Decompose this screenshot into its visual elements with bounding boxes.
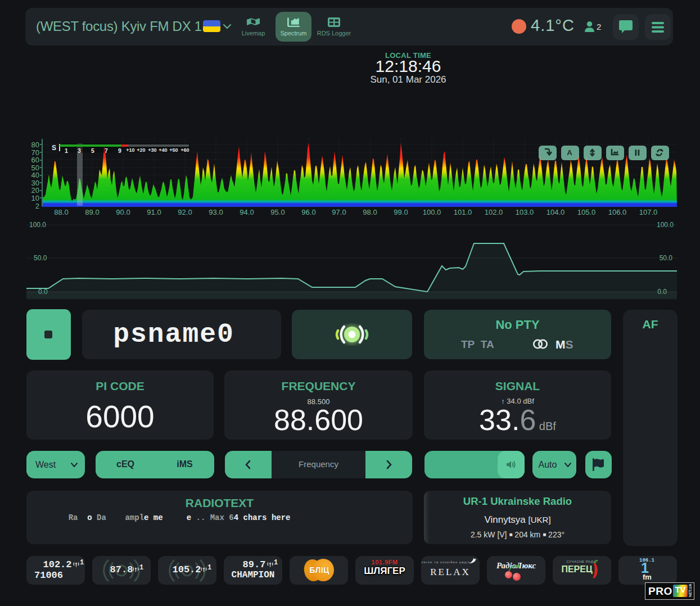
svg-text:A: A — [567, 148, 572, 157]
